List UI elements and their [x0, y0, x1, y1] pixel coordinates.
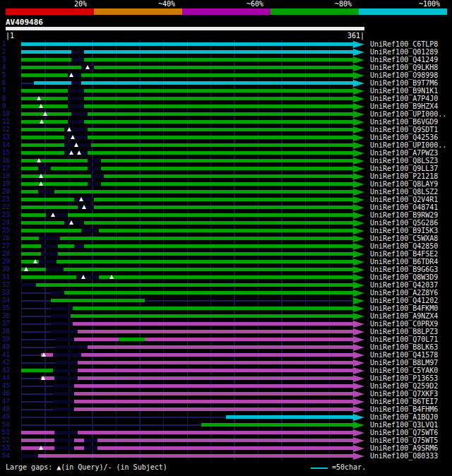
hit-label[interactable]: UniRef100_B4FHM6 — [370, 405, 438, 413]
hit-bar[interactable] — [21, 252, 353, 256]
hit-label[interactable]: UniRef100_A9SRM6 — [370, 444, 438, 452]
hit-bar[interactable] — [53, 400, 353, 403]
hit-label[interactable]: UniRef100_Q01289 — [370, 48, 438, 56]
hit-bar[interactable] — [21, 66, 353, 69]
hit-arrowhead-icon — [353, 173, 364, 180]
hit-bar[interactable] — [21, 167, 353, 170]
hit-label[interactable]: UniRef100_Q9LL37 — [370, 165, 438, 172]
hit-bar[interactable] — [51, 330, 353, 333]
hit-label[interactable]: UniRef100_A7PWZ3 — [370, 149, 438, 157]
hit-bar[interactable] — [21, 268, 353, 271]
hit-label[interactable]: UniRef100_B8LM97 — [370, 359, 438, 367]
hit-bar[interactable] — [51, 299, 145, 302]
hit-bar[interactable] — [51, 307, 353, 310]
hit-label[interactable]: UniRef100_UPI000.. — [370, 110, 446, 118]
hit-bar[interactable] — [41, 353, 353, 357]
hit-bar[interactable] — [53, 369, 353, 372]
hit-label[interactable]: UniRef100_B4FKM0 — [370, 304, 438, 312]
hit-bar[interactable] — [41, 376, 353, 380]
hit-label[interactable]: UniRef100_B8LPZ3 — [370, 328, 438, 335]
hit-bar[interactable] — [21, 237, 353, 240]
hit-label[interactable]: UniRef100_A7P4J0 — [370, 95, 438, 102]
hit-label[interactable]: UniRef100_O98998 — [370, 71, 438, 79]
hit-label[interactable]: UniRef100_B6TDR4 — [370, 258, 438, 266]
hit-label[interactable]: UniRef100_A2Z8Y6 — [370, 289, 438, 297]
hit-label[interactable]: UniRef100_P13653 — [370, 374, 438, 382]
hit-label[interactable]: UniRef100_C5WXA8 — [370, 234, 438, 242]
hit-label[interactable]: UniRef100_Q5G286 — [370, 219, 438, 227]
hit-alignment-track — [21, 118, 353, 126]
hit-label[interactable]: UniRef100_A9NZX4 — [370, 312, 438, 320]
hit-label[interactable]: UniRef100_Q9LKH8 — [370, 64, 438, 71]
hit-label[interactable]: UniRef100_A1BQJ0 — [370, 413, 438, 421]
hit-bar[interactable] — [21, 244, 353, 248]
hit-label[interactable]: UniRef100_B6VGD9 — [370, 118, 438, 126]
hit-label[interactable]: UniRef100_Q2V4R1 — [370, 196, 438, 203]
hit-label[interactable]: UniRef100_Q41578 — [370, 351, 438, 359]
hit-bar[interactable] — [55, 345, 353, 349]
hit-bar[interactable] — [21, 283, 353, 287]
hit-label[interactable]: UniRef100_Q41202 — [370, 297, 438, 304]
hit-bar[interactable] — [21, 198, 353, 201]
hit-bar[interactable] — [53, 407, 353, 411]
hit-bar[interactable] — [51, 322, 353, 326]
hit-bar[interactable] — [21, 206, 353, 209]
hit-label[interactable]: UniRef100_B9HZX4 — [370, 102, 438, 110]
hit-bar[interactable] — [51, 291, 353, 294]
hit-label[interactable]: UniRef100_P21218 — [370, 172, 438, 180]
hit-label[interactable]: UniRef100_Q75WT6 — [370, 429, 438, 436]
hit-rank: 15 — [2, 149, 20, 157]
hit-bar-segment[interactable] — [119, 338, 145, 341]
hit-label[interactable]: UniRef100_Q42536 — [370, 133, 438, 141]
hit-label[interactable]: UniRef100_Q9SDT1 — [370, 126, 438, 133]
hit-bar[interactable] — [21, 260, 353, 263]
low-similarity-segment — [54, 431, 78, 434]
hit-label[interactable]: UniRef100_Q8LSZ3 — [370, 157, 438, 165]
hit-label[interactable]: UniRef100_Q8LSZ2 — [370, 188, 438, 196]
hit-label[interactable]: UniRef100_C0PRX9 — [370, 320, 438, 328]
hit-label[interactable]: UniRef100_B8LK63 — [370, 343, 438, 351]
hit-label[interactable]: UniRef100_Q42037 — [370, 281, 438, 289]
hit-label[interactable]: UniRef100_Q41249 — [370, 56, 438, 64]
hit-bar[interactable] — [21, 182, 353, 186]
hit-label[interactable]: UniRef100_O48741 — [370, 203, 438, 211]
hit-bar[interactable] — [53, 392, 353, 395]
hit-bar[interactable] — [21, 159, 353, 162]
hit-label[interactable]: UniRef100_UPI000.. — [370, 141, 446, 149]
hit-bar[interactable] — [55, 361, 353, 364]
hit-label[interactable]: UniRef100_Q75WT5 — [370, 436, 438, 444]
hit-bar[interactable] — [21, 42, 353, 46]
hit-bar[interactable] — [34, 81, 353, 85]
hit-bar[interactable] — [21, 229, 353, 232]
hit-bar[interactable] — [55, 338, 353, 341]
hit-label[interactable]: UniRef100_Q3LVQ1 — [370, 421, 438, 429]
hit-rank: 36 — [2, 312, 20, 320]
hit-bar[interactable] — [21, 213, 353, 217]
hit-label[interactable]: UniRef100_Q70L71 — [370, 335, 438, 343]
hit-label[interactable]: UniRef100_B9I5K3 — [370, 227, 438, 234]
hit-label[interactable]: UniRef100_B9T7M6 — [370, 79, 438, 87]
hit-label[interactable]: UniRef100_B6TEI7 — [370, 398, 438, 405]
hit-bar[interactable] — [21, 174, 353, 178]
hit-bar[interactable] — [201, 423, 353, 427]
hit-label[interactable]: UniRef100_B9RW29 — [370, 211, 438, 219]
hit-label[interactable]: UniRef100_Q259D2 — [370, 382, 438, 390]
hit-bar[interactable] — [21, 275, 353, 279]
hit-label[interactable]: UniRef100_Q42850 — [370, 242, 438, 250]
hit-label[interactable]: UniRef100_O80333 — [370, 452, 438, 460]
hit-bar-segment[interactable] — [21, 369, 53, 372]
hit-label[interactable]: UniRef100_C5YAK0 — [370, 367, 438, 374]
hit-label[interactable]: UniRef100_C6TLP8 — [370, 40, 438, 48]
hit-arrowhead-icon — [353, 297, 364, 304]
hit-label[interactable]: UniRef100_Q7XKF3 — [370, 390, 438, 398]
hit-label[interactable]: UniRef100_B9G6G3 — [370, 266, 438, 273]
hit-bar[interactable] — [21, 454, 353, 458]
hit-bar[interactable] — [53, 384, 353, 388]
hit-label[interactable]: UniRef100_B4FSE2 — [370, 250, 438, 258]
hit-label[interactable]: UniRef100_Q8LAY9 — [370, 180, 438, 188]
hit-label[interactable]: UniRef100_B9N1K1 — [370, 87, 438, 95]
hit-bar[interactable] — [226, 415, 353, 419]
hit-bar[interactable] — [51, 314, 353, 318]
hit-label[interactable]: UniRef100_Q8W3D9 — [370, 273, 438, 281]
hit-bar[interactable] — [21, 190, 353, 194]
